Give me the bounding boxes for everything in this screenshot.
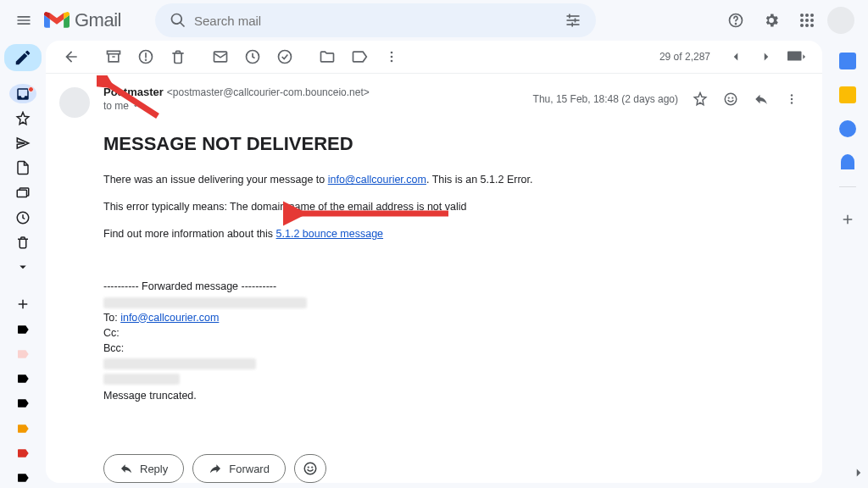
body-p1-pre: There was an issue delivering your messa…: [103, 174, 328, 186]
fwd-bcc-label: Bcc:: [103, 342, 797, 354]
react-button[interactable]: [717, 86, 744, 113]
svg-rect-0: [566, 15, 579, 17]
trash-icon: [15, 235, 31, 250]
label-2[interactable]: [9, 344, 36, 363]
all-mail-nav[interactable]: [9, 183, 36, 202]
svg-rect-4: [575, 19, 576, 23]
sender-avatar[interactable]: [59, 87, 90, 118]
svg-point-13: [810, 19, 814, 22]
message-body: MESSAGE NOT DELIVERED There was an issue…: [46, 118, 822, 434]
label-5[interactable]: [9, 419, 36, 438]
forward-icon: [209, 462, 222, 475]
svg-rect-3: [569, 14, 570, 19]
trash-nav[interactable]: [9, 233, 36, 252]
labels-button[interactable]: [344, 42, 375, 72]
tasks-app[interactable]: [839, 120, 856, 137]
scheduled-nav[interactable]: [9, 208, 36, 227]
fwd-to-link[interactable]: info@callcourier.com: [120, 312, 219, 324]
newer-button[interactable]: [721, 42, 751, 72]
move-button[interactable]: [312, 42, 342, 72]
sent-nav[interactable]: [9, 133, 36, 152]
svg-rect-19: [108, 52, 120, 54]
hide-panel-button[interactable]: [851, 465, 866, 483]
star-button[interactable]: [687, 86, 714, 113]
gmail-logo[interactable]: Gmail: [44, 8, 121, 32]
react-pill[interactable]: [294, 454, 326, 483]
settings-icon[interactable]: [756, 5, 787, 36]
redacted-line: [103, 358, 256, 369]
more-nav[interactable]: [9, 258, 36, 277]
main-pane: 29 of 2,287 Postmaster <postmaster@callc…: [46, 41, 822, 483]
to-dropdown[interactable]: to me: [103, 100, 370, 112]
label-6[interactable]: [9, 443, 36, 463]
support-icon[interactable]: [721, 5, 751, 36]
message-date: Thu, 15 Feb, 18:48 (2 days ago): [533, 93, 678, 105]
get-addons-button[interactable]: [840, 212, 855, 230]
label-7[interactable]: [9, 469, 36, 488]
svg-point-33: [791, 98, 793, 100]
spam-button[interactable]: [131, 42, 161, 72]
right-rail: [827, 41, 868, 488]
mark-unread-button[interactable]: [205, 42, 236, 72]
label-icon: [16, 446, 30, 460]
snooze-button[interactable]: [237, 42, 268, 72]
reply-actions: Reply Forward: [46, 454, 822, 483]
svg-rect-1: [566, 19, 579, 21]
left-sidebar: [0, 41, 46, 488]
stacked-mail-icon: [15, 186, 31, 201]
reply-label: Reply: [140, 463, 168, 475]
svg-point-14: [800, 24, 804, 27]
older-button[interactable]: [751, 42, 782, 72]
main-menu-button[interactable]: [7, 3, 41, 37]
send-icon: [15, 136, 31, 151]
search-input[interactable]: [194, 14, 557, 28]
label-3[interactable]: [9, 369, 36, 389]
to-text: to me: [103, 100, 129, 112]
search-options-icon[interactable]: [557, 12, 589, 29]
bounce-doc-link[interactable]: 5.1.2 bounce message: [276, 228, 383, 240]
account-avatar[interactable]: [827, 7, 854, 34]
compose-button[interactable]: [4, 44, 42, 71]
svg-point-16: [810, 24, 814, 27]
label-icon: [16, 422, 30, 435]
input-tools-button[interactable]: [782, 42, 812, 72]
sender-email: <postmaster@callcourier-com.bounceio.net…: [167, 86, 370, 98]
svg-point-24: [279, 51, 292, 64]
new-label-button[interactable]: [9, 295, 36, 314]
reply-button[interactable]: [748, 86, 775, 113]
redacted-line: [103, 297, 307, 308]
starred-nav[interactable]: [9, 108, 36, 128]
apps-icon[interactable]: [792, 5, 822, 36]
label-1[interactable]: [9, 319, 36, 339]
keep-app[interactable]: [839, 86, 856, 103]
back-button[interactable]: [56, 42, 86, 72]
sender-name: Postmaster: [103, 86, 164, 98]
svg-point-10: [810, 14, 814, 17]
delete-button[interactable]: [163, 42, 193, 72]
chevron-down-icon: [15, 259, 31, 274]
forward-pill[interactable]: Forward: [192, 454, 286, 483]
search-bar[interactable]: [155, 3, 596, 37]
svg-rect-17: [17, 190, 26, 197]
label-4[interactable]: [9, 394, 36, 413]
more-actions-button[interactable]: [376, 42, 407, 72]
archive-button[interactable]: [98, 42, 129, 72]
body-p2: This error typically means: The domain n…: [103, 201, 797, 213]
calendar-app[interactable]: [839, 53, 856, 69]
gmail-text: Gmail: [75, 9, 121, 31]
fwd-cc-label: Cc:: [103, 327, 797, 339]
reply-icon: [120, 462, 133, 475]
plus-icon: [840, 212, 855, 227]
message-header: Postmaster <postmaster@callcourier-com.b…: [46, 74, 822, 118]
inbox-nav[interactable]: [9, 84, 36, 103]
message-more-button[interactable]: [778, 86, 805, 113]
contacts-app[interactable]: [841, 154, 854, 169]
drafts-nav[interactable]: [9, 158, 36, 178]
svg-point-31: [732, 98, 733, 99]
recipient-link[interactable]: info@callcourier.com: [328, 174, 426, 186]
add-task-button[interactable]: [270, 42, 300, 72]
forward-label: Forward: [229, 463, 270, 475]
search-icon[interactable]: [162, 12, 194, 29]
label-icon: [16, 396, 30, 410]
reply-pill[interactable]: Reply: [103, 454, 184, 483]
